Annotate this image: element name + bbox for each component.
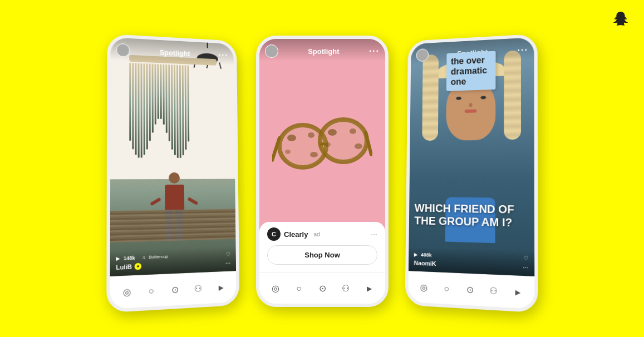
avatar-left: [116, 43, 130, 57]
spotlight-title-left: Spotlight: [130, 46, 218, 59]
views-right: 408k: [421, 252, 431, 258]
brand-logo-center: C: [267, 227, 281, 241]
chat-icon-right[interactable]: ○: [440, 282, 453, 295]
camera-icon-left[interactable]: ⊙: [168, 283, 180, 296]
username-right: NaomiK: [414, 260, 436, 267]
map-pin-icon-right[interactable]: ◎: [417, 281, 429, 294]
username-left: LuliB: [116, 263, 132, 271]
friends-icon-left[interactable]: ⚇: [191, 282, 204, 295]
spotlight-header-center: Spotlight ···: [259, 39, 385, 61]
phone-right: Spotlight ···: [405, 34, 538, 313]
which-friend-line2: THE GROUP AM I?: [414, 214, 528, 230]
phone-center: Spotlight ···: [256, 36, 389, 307]
friends-icon-center[interactable]: ⚇: [340, 283, 352, 295]
play-icon-left: ▶: [116, 255, 120, 261]
bottom-bar-right: ◎ ○ ⊙ ⚇ ▶: [408, 271, 534, 309]
snapchat-logo: [611, 10, 631, 32]
spotlight-title-center: Spotlight: [278, 47, 369, 56]
map-pin-icon-center[interactable]: ◎: [269, 283, 282, 295]
rug: [110, 209, 235, 242]
play-icon-bar-center[interactable]: ▶: [363, 283, 375, 295]
brand-name-center: Clearly: [284, 230, 308, 239]
screen-right: Spotlight ···: [408, 37, 534, 276]
sticky-note: the over dramatic one: [446, 51, 495, 91]
play-icon-right: ▶: [414, 251, 417, 257]
shop-now-button[interactable]: Shop Now: [267, 245, 377, 265]
macrame-art: [129, 55, 217, 167]
song-left: Buttercup: [149, 254, 168, 260]
camera-icon-center[interactable]: ⊙: [316, 283, 328, 295]
glasses-area: Spotlight ···: [259, 39, 385, 272]
chat-icon-left[interactable]: ○: [145, 284, 158, 298]
map-pin-icon-left[interactable]: ◎: [120, 285, 133, 299]
play-icon-bar-right[interactable]: ▶: [511, 285, 524, 299]
heart-right: ♡: [523, 255, 528, 261]
heart-left: ♡: [225, 251, 230, 257]
glasses-image: [272, 110, 372, 190]
music-icon-left: ♫: [142, 255, 145, 260]
svg-point-7: [320, 120, 367, 162]
sticky-text: the over dramatic one: [450, 54, 491, 87]
phone-left: Spotlight ··· ▶ 148k ♫ Buttercup ♡ LuliB…: [106, 34, 239, 313]
bottom-bar-left: ◎ ○ ⊙ ⚇ ▶: [110, 271, 236, 309]
bottom-bar-center: ◎ ○ ⊙ ⚇ ▶: [259, 272, 385, 304]
avatar-center: [265, 44, 278, 58]
screen-center: Spotlight ···: [259, 39, 385, 272]
screen-left: Spotlight ··· ▶ 148k ♫ Buttercup ♡ LuliB…: [110, 37, 235, 276]
dots-right[interactable]: ···: [517, 45, 528, 56]
friends-icon-right[interactable]: ⚇: [487, 284, 500, 298]
dots-left[interactable]: ···: [218, 50, 228, 60]
chat-icon-center[interactable]: ○: [293, 283, 305, 295]
verified-badge-left: ★: [134, 263, 141, 270]
more-left[interactable]: ···: [225, 259, 230, 267]
ad-badge-center: ad: [313, 231, 319, 237]
more-right[interactable]: ···: [523, 263, 529, 271]
which-friend-overlay: WHICH FRIEND OF THE GROUP AM I?: [414, 202, 528, 230]
ad-panel: C Clearly ad ··· Shop Now: [259, 222, 385, 272]
phones-container: Spotlight ··· ▶ 148k ♫ Buttercup ♡ LuliB…: [108, 36, 537, 307]
play-icon-bar-left[interactable]: ▶: [214, 281, 226, 294]
views-left: 148k: [123, 255, 135, 261]
dots-center[interactable]: ···: [368, 46, 379, 56]
camera-icon-right[interactable]: ⊙: [463, 283, 475, 296]
ad-dots-center[interactable]: ···: [371, 230, 377, 239]
avatar-right: [416, 48, 429, 62]
